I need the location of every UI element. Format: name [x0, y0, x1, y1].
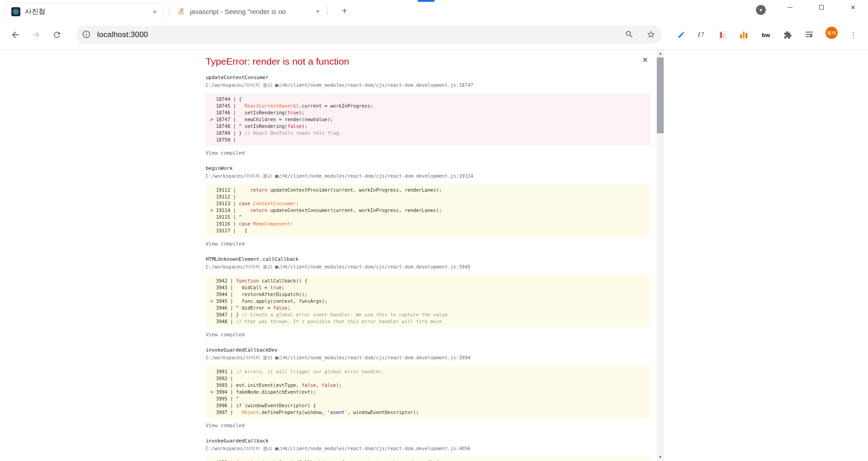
frame-function-name: invokeGuardedCallback — [206, 438, 651, 444]
pen-extension-icon[interactable] — [673, 27, 689, 43]
code-block: 4053 | function invokeGuardedCallback(na… — [206, 457, 651, 461]
react-favicon — [11, 7, 20, 16]
stack-frame: invokeGuardedCallbackC:/workspaces/이미지 분… — [206, 438, 651, 461]
profile-avatar[interactable]: 원제 — [826, 27, 838, 39]
frame-file-path: C:/workspaces/이미지 분리 ■스택/client/node_mod… — [206, 446, 651, 452]
stack-frames: updateContextConsumerC:/workspaces/이미지 분… — [206, 75, 651, 461]
window-close-icon: ✕ — [851, 4, 856, 11]
browser-menu-button[interactable]: ⋮ — [845, 27, 861, 43]
reload-icon — [52, 30, 61, 39]
tab-separator — [327, 6, 327, 14]
window-close-button[interactable]: ✕ — [843, 0, 863, 14]
view-compiled-link[interactable]: View compiled — [206, 150, 245, 156]
frame-function-name: beginWork — [206, 165, 651, 171]
stack-frame: beginWorkC:/workspaces/이미지 분리 ■스택/client… — [206, 165, 651, 247]
tab-separator — [169, 6, 170, 14]
frame-function-name: updateContextConsumer — [206, 75, 651, 80]
scrollbar-down-button[interactable]: ▼ — [656, 453, 664, 461]
code-block: 18744 | { 18745 | ReactCurrentOwner$1.cu… — [206, 94, 651, 146]
tab-stackoverflow[interactable]: javascript - Seeing "render is no × — [170, 3, 326, 20]
code-block: 3991 | // errors, it will trigger our gl… — [206, 366, 651, 418]
frame-file-path: C:/workspaces/이미지 분리 ■스택/client/node_mod… — [206, 264, 651, 270]
top-accent-strip — [418, 0, 434, 2]
view-compiled-link[interactable]: View compiled — [206, 241, 245, 247]
forward-icon — [31, 30, 41, 40]
view-compiled-link[interactable]: View compiled — [206, 332, 245, 338]
error-overlay: × TypeError: render is not a function up… — [206, 50, 651, 461]
page-scrollbar[interactable]: ▲ ▼ — [656, 50, 664, 461]
builtwith-extension-icon[interactable]: bw — [758, 27, 774, 43]
chevron-down-icon: ▾ — [760, 8, 762, 13]
overlay-close-button[interactable]: × — [642, 55, 648, 64]
frame-function-name: HTMLUnknownElement.callCallback — [206, 256, 651, 262]
browser-window: 사진첩 × javascript - Seeing "render is no … — [0, 0, 868, 461]
playlist-extension-icon[interactable] — [801, 27, 817, 43]
frame-file-path: C:/workspaces/이미지 분리 ■스택/client/node_mod… — [206, 82, 651, 88]
code-block: 3942 | function callCallback() { 3943 | … — [206, 275, 651, 327]
tab-title: javascript - Seeing "render is no — [190, 8, 286, 15]
browser-toolbar: localhost:3000 ƒ? bw — [0, 20, 868, 50]
frame-file-path: C:/workspaces/이미지 분리 ■스택/client/node_mod… — [206, 173, 651, 179]
maximize-button[interactable] — [811, 0, 832, 14]
view-compiled-link[interactable]: View compiled — [206, 423, 245, 429]
stack-frame: updateContextConsumerC:/workspaces/이미지 분… — [206, 75, 651, 156]
url-text: localhost:3000 — [97, 30, 148, 39]
minimize-button[interactable] — [779, 0, 800, 14]
profile-badge-text: 원제 — [827, 31, 836, 35]
fonts-extension-icon[interactable]: ƒ? — [693, 27, 709, 43]
reload-button[interactable] — [49, 27, 65, 43]
tab-strip: 사진첩 × javascript - Seeing "render is no … — [0, 0, 868, 20]
scrollbar-up-button[interactable]: ▲ — [656, 50, 664, 57]
error-title: TypeError: render is not a function — [206, 56, 651, 67]
puzzle-icon — [783, 31, 792, 39]
tab-search-button[interactable]: ▾ — [756, 5, 766, 15]
orange-bars-extension-icon[interactable] — [736, 27, 752, 43]
stack-frame: invokeGuardedCallbackDevC:/workspaces/이미… — [206, 347, 651, 429]
frame-function-name: invokeGuardedCallbackDev — [206, 347, 651, 353]
stack-frame: HTMLUnknownElement.callCallbackC:/worksp… — [206, 256, 651, 338]
page-content: × TypeError: render is not a function up… — [0, 50, 868, 461]
extensions-puzzle-button[interactable] — [779, 27, 796, 43]
maximize-icon — [819, 5, 824, 9]
site-info-icon[interactable] — [82, 30, 91, 41]
tab-close-icon[interactable]: × — [314, 7, 322, 15]
omnibox[interactable]: localhost:3000 — [76, 26, 662, 44]
stackoverflow-favicon — [176, 7, 185, 16]
frame-file-path: C:/workspaces/이미지 분리 ■스택/client/node_mod… — [206, 355, 651, 361]
minimize-icon — [788, 7, 793, 8]
new-tab-button[interactable]: + — [337, 4, 352, 18]
tab-title: 사진첩 — [25, 7, 45, 16]
back-button[interactable] — [7, 27, 24, 43]
omnibox-search-icon[interactable] — [625, 30, 634, 41]
forward-button[interactable] — [28, 27, 44, 43]
code-block: 19111 | return updateContextProvider(cur… — [206, 184, 651, 236]
back-icon — [10, 30, 20, 40]
tab-photo-album[interactable]: 사진첩 × — [5, 3, 164, 20]
document-extension-icon[interactable] — [714, 27, 731, 43]
scrollbar-thumb[interactable] — [657, 57, 664, 133]
tab-close-icon[interactable]: × — [151, 8, 159, 16]
bookmark-star-icon[interactable] — [646, 30, 656, 41]
